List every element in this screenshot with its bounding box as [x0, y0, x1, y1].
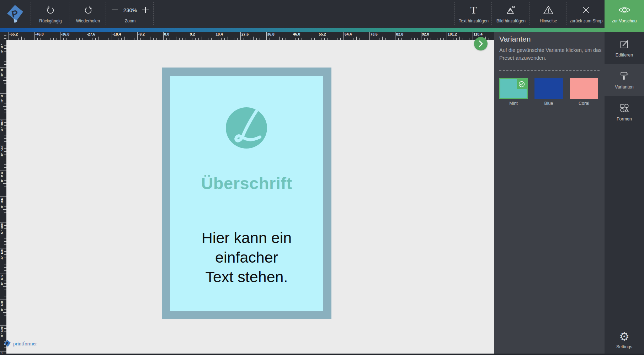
- panel-collapse-button[interactable]: [474, 37, 488, 50]
- toolbar-separator: [69, 2, 69, 25]
- variant-blue-swatch[interactable]: [534, 78, 563, 99]
- poster-body-line: Text stehen.: [162, 267, 331, 287]
- poster-body-line: einfacher: [162, 248, 331, 267]
- redo-label: Wiederholen: [76, 18, 100, 23]
- settings-label: Settings: [616, 344, 632, 349]
- poster-logo-mark[interactable]: [226, 107, 267, 149]
- zoom-value: 230%: [123, 7, 137, 13]
- toolbar-separator: [529, 2, 529, 25]
- check-circle-icon: [518, 81, 525, 88]
- shapes-icon: [619, 102, 630, 114]
- tab-editieren[interactable]: Editieren: [605, 32, 644, 64]
- warning-icon: [543, 4, 554, 16]
- horizontal-ruler: -55.2-46.0-36.8-27.6-18.4-9.20.09.218.42…: [6, 32, 494, 40]
- undo-icon: [46, 4, 55, 16]
- tab-label: Editieren: [616, 53, 633, 58]
- preview-button[interactable]: zur Vorschau: [605, 0, 644, 28]
- design-canvas[interactable]: Überschrift Hier kann ein einfacher Text…: [6, 40, 494, 354]
- toolbar-separator: [31, 2, 31, 25]
- variant-swatches: Mint Blue Coral: [499, 78, 598, 106]
- variant-label: Coral: [579, 101, 589, 106]
- chevron-right-icon: [474, 37, 488, 50]
- add-text-button[interactable]: T Text hinzufügen: [456, 0, 491, 28]
- add-text-icon: T: [470, 4, 477, 16]
- panel-description: Auf die gewünschte Variante klicken, um …: [499, 46, 605, 62]
- bottom-edge: [0, 354, 644, 355]
- hints-button[interactable]: Hinweise: [531, 0, 566, 28]
- tab-varianten[interactable]: Varianten: [605, 64, 644, 96]
- variant-label: Mint: [509, 101, 518, 106]
- tab-formen[interactable]: Formen: [605, 96, 644, 128]
- undo-button[interactable]: Rückgängig: [32, 0, 69, 28]
- add-image-label: Bild hinzufügen: [496, 18, 526, 23]
- top-toolbar: P Rückgängig Wiederholen 230% Zoom: [0, 0, 644, 28]
- close-icon: [582, 4, 590, 16]
- toolbar-separator: [491, 2, 492, 25]
- zoom-label: Zoom: [125, 18, 136, 23]
- brand-watermark: P printformer: [4, 340, 37, 348]
- poster-body-line: Hier kann ein: [162, 228, 331, 248]
- tab-label: Formen: [617, 117, 632, 122]
- app-logo[interactable]: P: [4, 0, 26, 28]
- edit-icon: [619, 38, 630, 50]
- eye-icon: [618, 4, 631, 16]
- zoom-in-button[interactable]: [142, 6, 149, 14]
- toolbar-separator: [454, 2, 455, 25]
- variant-blue[interactable]: Blue: [534, 78, 563, 106]
- add-text-label: Text hinzufügen: [459, 18, 489, 23]
- zoom-out-button[interactable]: [111, 6, 119, 14]
- vertical-ruler: - 9 . 20 . 09 . 21 8 . 42 7 . 63 6 . 84 …: [0, 32, 6, 354]
- add-image-button[interactable]: Bild hinzufügen: [493, 0, 529, 28]
- script-l-logo-icon: [226, 107, 267, 149]
- poster-heading[interactable]: Überschrift: [162, 173, 331, 193]
- variant-label: Blue: [544, 101, 553, 106]
- settings-button[interactable]: ⚙ Settings: [605, 330, 644, 349]
- back-to-shop-label: zurück zum Shop: [570, 18, 603, 23]
- poster-artboard[interactable]: Überschrift Hier kann ein einfacher Text…: [162, 68, 331, 319]
- variant-coral[interactable]: Coral: [570, 78, 598, 106]
- back-to-shop-button[interactable]: zurück zum Shop: [568, 0, 605, 28]
- poster-body-text[interactable]: Hier kann ein einfacher Text stehen.: [162, 228, 331, 287]
- variant-mint[interactable]: Mint: [499, 78, 528, 106]
- variant-coral-swatch[interactable]: [570, 78, 598, 99]
- toolbar-separator: [566, 2, 566, 25]
- zoom-control: 230% Zoom: [107, 0, 153, 28]
- panel-title: Varianten: [499, 35, 531, 43]
- toolbar-separator: [153, 2, 154, 25]
- undo-label: Rückgängig: [39, 18, 62, 23]
- gear-icon: ⚙: [619, 330, 629, 343]
- brand-name: printformer: [13, 341, 37, 347]
- tab-label: Varianten: [615, 85, 634, 90]
- redo-button[interactable]: Wiederholen: [70, 0, 106, 28]
- variants-panel: Varianten Auf die gewünschte Variante kl…: [494, 32, 605, 354]
- printformer-logo-icon: P: [6, 5, 24, 23]
- hints-label: Hinweise: [540, 18, 557, 23]
- selected-badge: [517, 79, 527, 89]
- right-tab-bar: Editieren Varianten Formen ⚙ Settings: [605, 32, 644, 354]
- progress-gradient-bar: [0, 28, 644, 32]
- add-image-icon: [506, 4, 516, 16]
- printformer-logo-icon: P: [4, 340, 11, 348]
- toolbar-separator: [106, 2, 106, 25]
- dashed-divider: [499, 70, 600, 71]
- paint-roller-icon: [619, 70, 630, 82]
- redo-icon: [83, 4, 93, 16]
- variant-mint-swatch[interactable]: [499, 78, 528, 99]
- preview-label: zur Vorschau: [612, 18, 637, 23]
